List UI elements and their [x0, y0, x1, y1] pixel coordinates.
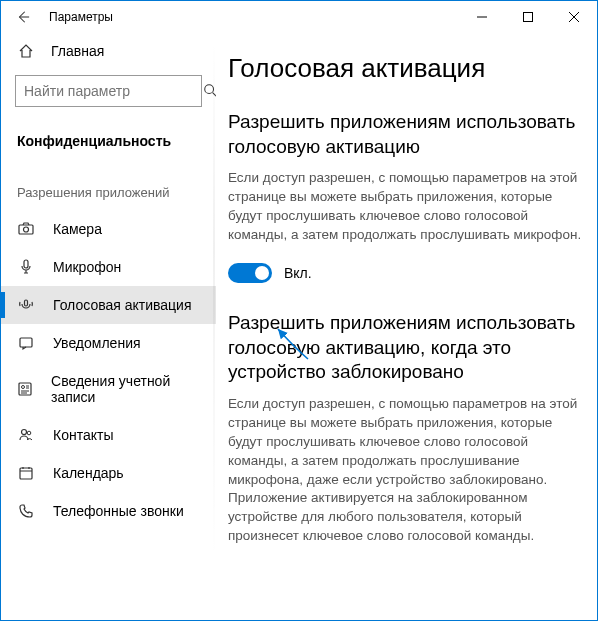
notifications-icon [17, 335, 35, 351]
section1-title: Разрешить приложениям использовать голос… [228, 110, 585, 159]
close-icon [569, 12, 579, 22]
sidebar-item-label: Камера [53, 221, 102, 237]
svg-point-8 [22, 386, 25, 389]
mic-icon [17, 259, 35, 275]
main-panel: Голосовая активация Разрешить приложения… [216, 33, 597, 620]
minimize-icon [477, 12, 487, 22]
svg-rect-11 [20, 468, 32, 479]
sidebar-item-contacts[interactable]: Контакты [1, 416, 216, 454]
minimize-button[interactable] [459, 1, 505, 33]
voice-icon [17, 297, 35, 313]
sidebar-item-camera[interactable]: Камера [1, 210, 216, 248]
sidebar-item-calendar[interactable]: Календарь [1, 454, 216, 492]
section-subheader: Разрешения приложений [1, 167, 216, 210]
calendar-icon [17, 465, 35, 481]
phone-icon [17, 503, 35, 519]
back-button[interactable] [1, 1, 45, 33]
window-title: Параметры [45, 10, 459, 24]
section1-description: Если доступ разрешен, с помощью параметр… [228, 169, 585, 245]
page-title: Голосовая активация [228, 53, 585, 84]
back-arrow-icon [16, 10, 30, 24]
svg-rect-6 [20, 338, 32, 347]
account-info-icon [17, 381, 33, 397]
svg-point-3 [24, 227, 29, 232]
sidebar-item-label: Календарь [53, 465, 124, 481]
svg-rect-4 [24, 260, 28, 268]
home-label: Главная [51, 43, 104, 59]
sidebar-item-label: Телефонные звонки [53, 503, 184, 519]
sidebar-item-label: Контакты [53, 427, 113, 443]
svg-point-10 [27, 431, 31, 435]
toggle-state-label: Вкл. [284, 265, 312, 281]
contacts-icon [17, 427, 35, 443]
search-input[interactable] [24, 83, 199, 99]
sidebar-item-label: Микрофон [53, 259, 121, 275]
sidebar-item-voice-activation[interactable]: Голосовая активация [1, 286, 216, 324]
toggle-voice-activation[interactable] [228, 263, 272, 283]
sidebar-item-account-info[interactable]: Сведения учетной записи [1, 362, 216, 416]
svg-rect-5 [25, 300, 28, 306]
sidebar-item-label: Голосовая активация [53, 297, 192, 313]
sidebar-item-label: Уведомления [53, 335, 141, 351]
home-button[interactable]: Главная [1, 33, 216, 69]
svg-rect-0 [524, 13, 533, 22]
window-controls [459, 1, 597, 33]
section2-description: Если доступ разрешен, с помощью параметр… [228, 395, 585, 546]
svg-point-9 [22, 430, 27, 435]
divider [213, 40, 215, 560]
close-button[interactable] [551, 1, 597, 33]
sidebar-item-label: Сведения учетной записи [51, 373, 200, 405]
toggle-voice-activation-row: Вкл. [228, 263, 585, 283]
category-label: Конфиденциальность [1, 121, 216, 167]
home-icon [17, 43, 35, 59]
maximize-button[interactable] [505, 1, 551, 33]
sidebar-item-notifications[interactable]: Уведомления [1, 324, 216, 362]
camera-icon [17, 221, 35, 237]
svg-rect-2 [19, 225, 33, 234]
search-box[interactable] [15, 75, 202, 107]
section2-title: Разрешить приложениям использовать голос… [228, 311, 585, 385]
titlebar: Параметры [1, 1, 597, 33]
sidebar: Главная Конфиденциальность Разрешения пр… [1, 33, 216, 620]
sidebar-item-phone-calls[interactable]: Телефонные звонки [1, 492, 216, 530]
maximize-icon [523, 12, 533, 22]
sidebar-item-microphone[interactable]: Микрофон [1, 248, 216, 286]
